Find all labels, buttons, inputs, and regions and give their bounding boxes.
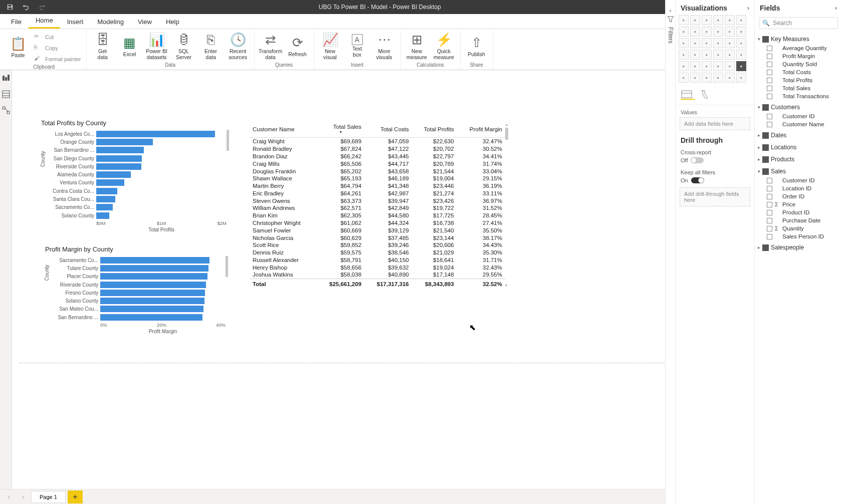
recent-sources-button[interactable]: 🕓Recent sources [225, 30, 251, 62]
field-item[interactable]: Total Transactions [758, 92, 839, 100]
viz-type-icon[interactable]: ▪ [725, 73, 735, 83]
scroll-down-icon[interactable]: ▾ [505, 283, 507, 288]
chart-scrollbar[interactable] [227, 130, 229, 151]
text-box-button[interactable]: AText box [344, 30, 370, 62]
table-row[interactable]: Brandon Diaz$66,242$43,445$22,79734.41% [250, 153, 505, 160]
page-prev-icon[interactable]: ‹ [3, 491, 15, 502]
field-table-header[interactable]: ▸Salespeople [758, 242, 839, 253]
table-row[interactable]: Steven Owens$63,373$39,947$23,42636.97% [250, 197, 505, 204]
field-item[interactable]: Sales Person ID [758, 232, 839, 240]
table-row[interactable]: Shawn Wallace$65,193$46,189$19,00429.15% [250, 175, 505, 182]
table-row[interactable]: Ronald Bradley$67,824$47,122$20,70230.52… [250, 145, 505, 153]
field-item[interactable]: Total Profits [758, 76, 839, 84]
field-item[interactable]: ΣPrice [758, 200, 839, 208]
field-item[interactable]: Customer ID [758, 176, 839, 184]
table-row[interactable]: Dennis Ruiz$59,575$38,546$21,02935.30% [250, 249, 505, 257]
enter-data-button[interactable]: ⎘Enter data [198, 30, 224, 62]
table-row[interactable]: Brian Kim$62,305$44,580$17,72528.45% [250, 212, 505, 219]
column-header[interactable]: Total Sales▾ [317, 122, 364, 138]
bar[interactable] [96, 155, 142, 162]
transform-data-button[interactable]: ⇄Transform data [258, 30, 284, 62]
field-table-header[interactable]: ▸Locations [758, 142, 839, 152]
bar[interactable] [100, 314, 202, 321]
table-row[interactable]: Martin Berry$64,794$41,348$23,44636.19% [250, 182, 505, 190]
field-item[interactable]: Total Sales [758, 84, 839, 92]
table-row[interactable]: Joshua Watkins$58,038$40,890$17,14829.55… [250, 271, 505, 279]
table-row[interactable]: Craig Wright$69,689$47,059$22,63032.47% [250, 138, 505, 145]
publish-button[interactable]: ⇧Publish [464, 30, 490, 62]
table-row[interactable]: Eric Bradley$64,261$42,987$21,27433.11% [250, 189, 505, 197]
viz-type-icon[interactable]: ▪ [679, 70, 689, 71]
viz-type-icon[interactable]: ▪ [713, 70, 723, 71]
field-item[interactable]: Total Costs [758, 70, 839, 76]
bar[interactable] [96, 171, 131, 178]
cross-report-toggle[interactable] [691, 157, 704, 163]
scroll-up-icon[interactable]: ▴ [505, 122, 508, 127]
table-row[interactable]: Scott Rice$59,852$39,246$20,60634.43% [250, 241, 505, 249]
values-well[interactable]: Add data fields here [680, 117, 750, 130]
field-item[interactable]: Location ID [758, 184, 839, 192]
bar-chart-margin[interactable]: Profit Margin by County County Sacrament… [45, 245, 226, 334]
bar[interactable] [96, 163, 141, 170]
pbi-datasets-button[interactable]: 📊Power BI datasets [144, 30, 170, 62]
table-row[interactable]: Nicholas Garcia$60,629$37,485$23,14438.1… [250, 234, 505, 241]
excel-button[interactable]: ▦Excel [117, 30, 143, 62]
field-item[interactable]: Product ID [758, 208, 839, 216]
bar[interactable] [100, 290, 205, 296]
viz-type-icon[interactable]: ▪ [690, 70, 700, 71]
bar[interactable] [96, 204, 113, 210]
viz-type-icon[interactable]: ▪ [736, 73, 746, 83]
field-item[interactable]: Customer ID [758, 112, 839, 120]
field-item[interactable]: Purchase Date [758, 216, 839, 224]
cut-button[interactable]: ✂Cut [32, 32, 83, 42]
bar[interactable] [100, 306, 203, 312]
table-row[interactable]: William Andrews$62,571$42,849$19,72231.5… [250, 204, 505, 212]
filters-pane-collapsed[interactable]: ‹ Filters [665, 70, 675, 489]
table-row[interactable]: Henry Bishop$58,656$39,632$19,02432.43% [250, 264, 505, 271]
field-item[interactable]: Customer Name [758, 120, 839, 128]
redo-icon[interactable] [37, 2, 47, 12]
field-table-header[interactable]: ▾Sales [758, 166, 839, 176]
column-header[interactable]: Profit Margin [457, 122, 505, 138]
table-row[interactable]: Craig Mills$65,506$44,717$20,78931.74% [250, 160, 505, 167]
new-visual-button[interactable]: 📈New visual [317, 30, 343, 62]
get-data-button[interactable]: 🗄Get data [90, 30, 116, 62]
bar[interactable] [96, 131, 215, 137]
format-painter-button[interactable]: 🖌Format painter [32, 54, 83, 64]
viz-type-icon[interactable]: ▪ [736, 70, 746, 71]
bar[interactable] [96, 147, 144, 153]
page-tab-1[interactable]: Page 1 [31, 491, 66, 503]
save-icon[interactable] [5, 2, 15, 12]
bar[interactable] [96, 212, 109, 219]
bar[interactable] [96, 139, 153, 145]
viz-type-icon[interactable]: ▪ [702, 70, 712, 71]
viz-type-icon[interactable]: ▪ [679, 73, 689, 83]
field-item[interactable]: ΣQuantity [758, 224, 839, 232]
table-row[interactable]: Douglas Franklin$65,202$43,658$21,54433.… [250, 167, 505, 175]
data-view-icon[interactable] [1, 89, 11, 99]
fields-tab-icon[interactable] [681, 90, 695, 100]
bar-chart-profits[interactable]: Total Profits by County County Los Angel… [41, 119, 227, 232]
field-table-header[interactable]: ▸Dates [758, 130, 839, 140]
scrollbar-thumb[interactable] [505, 128, 508, 140]
bar[interactable] [96, 188, 117, 194]
new-measure-button[interactable]: ⊞New measure [404, 30, 430, 62]
tab-insert[interactable]: Insert [60, 15, 91, 29]
table-row[interactable]: Christopher Wright$61,062$44,324$16,7382… [250, 219, 505, 227]
add-page-button[interactable]: + [68, 490, 83, 503]
bar[interactable] [96, 196, 115, 202]
page-next-icon[interactable]: › [17, 491, 29, 502]
table-visual[interactable]: Customer NameTotal Sales▾Total CostsTota… [250, 122, 505, 288]
sql-server-button[interactable]: 🛢SQL Server [171, 30, 197, 62]
copy-button[interactable]: ⎘Copy [32, 43, 83, 53]
bar[interactable] [100, 298, 204, 304]
table-row[interactable]: Samuel Fowler$60,669$39,129$21,54035.50% [250, 226, 505, 234]
chart-scrollbar[interactable] [226, 256, 228, 277]
viz-type-icon[interactable]: ▪ [702, 73, 712, 83]
bar[interactable] [100, 282, 206, 288]
field-table-header[interactable]: ▾Customers [758, 102, 839, 112]
paste-button[interactable]: 📋 Paste [5, 31, 31, 63]
viz-type-icon[interactable]: ▪ [725, 70, 735, 71]
tab-home[interactable]: Home [29, 14, 60, 29]
column-header[interactable]: Total Profits [412, 122, 457, 138]
